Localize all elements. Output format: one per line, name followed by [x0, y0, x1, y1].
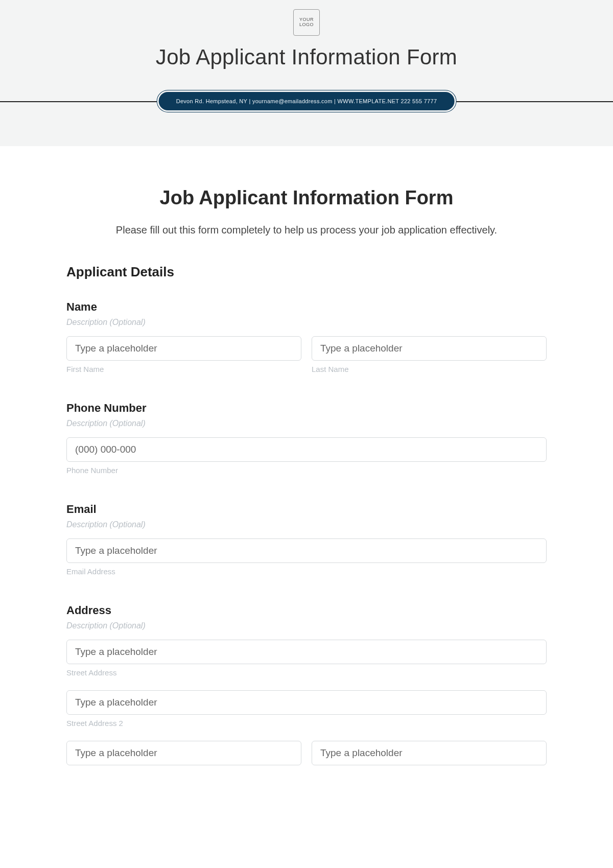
banner-spacer [0, 115, 613, 146]
field-email: Email Description (Optional) Email Addre… [66, 503, 547, 576]
phone-input[interactable] [66, 437, 547, 462]
street-address-2-input[interactable] [66, 690, 547, 715]
state-input[interactable] [312, 741, 547, 765]
contact-pill: Devon Rd. Hempstead, NY | yourname@email… [159, 92, 455, 110]
email-sublabel: Email Address [66, 567, 547, 576]
name-description: Description (Optional) [66, 318, 547, 327]
first-name-sublabel: First Name [66, 365, 301, 373]
email-label: Email [66, 503, 547, 516]
form-intro: Please fill out this form completely to … [66, 224, 547, 236]
phone-label: Phone Number [66, 402, 547, 415]
email-input[interactable] [66, 538, 547, 563]
phone-sublabel: Phone Number [66, 466, 547, 475]
name-label: Name [66, 300, 547, 314]
address-label: Address [66, 604, 547, 617]
street-address-sublabel: Street Address [66, 668, 547, 677]
email-description: Description (Optional) [66, 520, 547, 529]
city-input[interactable] [66, 741, 301, 765]
logo-text: YOUR LOGO [294, 17, 319, 28]
banner: YOUR LOGO Job Applicant Information Form… [0, 0, 613, 146]
banner-divider: Devon Rd. Hempstead, NY | yourname@email… [0, 87, 613, 115]
banner-title: Job Applicant Information Form [0, 45, 613, 69]
street-address-2-sublabel: Street Address 2 [66, 719, 547, 728]
street-address-input[interactable] [66, 640, 547, 664]
field-phone: Phone Number Description (Optional) Phon… [66, 402, 547, 475]
logo-placeholder: YOUR LOGO [293, 9, 320, 36]
address-description: Description (Optional) [66, 621, 547, 630]
form-container: Job Applicant Information Form Please fi… [0, 146, 613, 786]
last-name-sublabel: Last Name [312, 365, 547, 373]
first-name-input[interactable] [66, 336, 301, 361]
field-name: Name Description (Optional) First Name L… [66, 300, 547, 373]
phone-description: Description (Optional) [66, 419, 547, 428]
last-name-input[interactable] [312, 336, 547, 361]
field-address: Address Description (Optional) Street Ad… [66, 604, 547, 765]
section-heading-applicant-details: Applicant Details [66, 264, 547, 280]
form-title: Job Applicant Information Form [66, 187, 547, 209]
